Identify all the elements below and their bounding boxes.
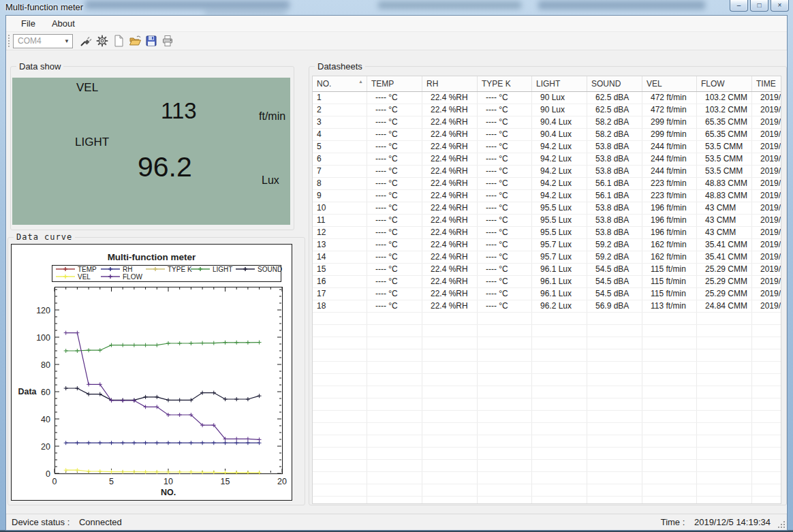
table-cell bbox=[587, 460, 642, 471]
table-cell: 244 ft/min bbox=[642, 141, 697, 153]
column-header-typek[interactable]: TYPE K bbox=[478, 76, 532, 91]
menu-about[interactable]: About bbox=[45, 17, 82, 30]
table-cell: 22.4 %RH bbox=[422, 141, 478, 153]
table-row[interactable]: 5---- °C22.4 %RH---- °C94.2 Lux53.8 dBA2… bbox=[313, 141, 781, 153]
table-cell: 18 bbox=[313, 300, 367, 312]
table-row bbox=[313, 325, 781, 337]
table-row[interactable]: 4---- °C22.4 %RH---- °C90.4 Lux58.2 dBA2… bbox=[313, 129, 781, 141]
table-cell: ---- °C bbox=[367, 104, 422, 116]
settings-button[interactable] bbox=[95, 33, 110, 48]
table-row bbox=[313, 472, 781, 484]
table-row[interactable]: 16---- °C22.4 %RH---- °C96.1 Lux54.5 dBA… bbox=[313, 276, 781, 288]
table-cell: ---- °C bbox=[478, 251, 532, 263]
table-row[interactable]: 11---- °C22.4 %RH---- °C95.5 Lux53.8 dBA… bbox=[313, 215, 781, 227]
table-cell bbox=[367, 448, 422, 459]
table-row[interactable]: 17---- °C22.4 %RH---- °C96.1 Lux54.5 dBA… bbox=[313, 288, 781, 300]
table-cell: 2019/1... bbox=[752, 276, 781, 287]
table-row[interactable]: 18---- °C22.4 %RH---- °C96.2 Lux56.9 dBA… bbox=[313, 300, 781, 313]
table-cell bbox=[532, 313, 587, 324]
column-header-light[interactable]: LIGHT bbox=[532, 76, 587, 91]
table-cell: ---- °C bbox=[478, 264, 532, 275]
printer-icon bbox=[161, 34, 174, 48]
table-cell: 13 bbox=[313, 239, 367, 251]
table-row[interactable]: 2---- °C22.4 %RH---- °C90 Lux62.5 dBA472… bbox=[313, 104, 781, 116]
open-file-button[interactable] bbox=[127, 33, 142, 48]
table-cell bbox=[587, 325, 642, 337]
table-cell: 2019/1... bbox=[752, 190, 781, 202]
table-cell: 53.8 dBA bbox=[587, 202, 642, 214]
close-button[interactable]: × bbox=[771, 0, 789, 12]
table-cell: 25.29 CMM bbox=[697, 264, 752, 275]
table-cell: 53.8 dBA bbox=[587, 215, 642, 226]
table-cell bbox=[313, 325, 367, 337]
column-header-time[interactable]: TIME bbox=[752, 76, 781, 91]
print-button[interactable] bbox=[160, 33, 175, 48]
table-row[interactable]: 1---- °C22.4 %RH---- °C90 Lux62.5 dBA472… bbox=[313, 92, 781, 104]
table-row[interactable]: 7---- °C22.4 %RH---- °C94.2 Lux53.8 dBA2… bbox=[313, 166, 781, 178]
table-row[interactable]: 10---- °C22.4 %RH---- °C95.5 Lux53.8 dBA… bbox=[313, 202, 781, 215]
table-cell bbox=[697, 497, 752, 504]
svg-text:TYPE K: TYPE K bbox=[168, 266, 192, 273]
light-label: LIGHT bbox=[75, 136, 109, 149]
table-cell: 2019/1... bbox=[752, 129, 781, 140]
maximize-button[interactable]: □ bbox=[750, 0, 768, 12]
table-cell: 223 ft/min bbox=[642, 178, 697, 189]
table-row bbox=[313, 386, 781, 398]
table-cell: 4 bbox=[313, 129, 367, 140]
data-curve-group-label: Data curve bbox=[14, 232, 75, 242]
resize-grip[interactable] bbox=[778, 521, 785, 528]
table-row bbox=[313, 435, 781, 448]
column-header-flow[interactable]: FLOW bbox=[697, 76, 752, 91]
column-header-vel[interactable]: VEL bbox=[642, 76, 697, 91]
table-row[interactable]: 6---- °C22.4 %RH---- °C94.2 Lux53.8 dBA2… bbox=[313, 153, 781, 166]
column-header-no[interactable]: NO.▲ bbox=[313, 76, 367, 91]
glass-reflection bbox=[85, 1, 290, 9]
table-cell bbox=[642, 337, 697, 349]
table-cell: ---- °C bbox=[367, 178, 422, 189]
toolbar-grip[interactable] bbox=[8, 35, 10, 47]
table-cell bbox=[422, 362, 478, 373]
table-row[interactable]: 9---- °C22.4 %RH---- °C94.2 Lux56.1 dBA2… bbox=[313, 190, 781, 202]
connect-button[interactable] bbox=[78, 33, 93, 48]
save-button[interactable] bbox=[144, 33, 159, 48]
sort-ascending-icon: ▲ bbox=[358, 76, 363, 89]
menu-file[interactable]: File bbox=[14, 17, 42, 30]
table-cell: ---- °C bbox=[367, 116, 422, 128]
svg-text:TEMP: TEMP bbox=[78, 266, 97, 273]
table-cell: ---- °C bbox=[367, 239, 422, 251]
table-row bbox=[313, 398, 781, 411]
table-cell: 94.2 Lux bbox=[532, 153, 587, 165]
table-cell bbox=[422, 386, 478, 398]
table-cell: 6 bbox=[313, 153, 367, 165]
table-cell: 22.4 %RH bbox=[422, 202, 478, 214]
table-cell: 56.9 dBA bbox=[587, 300, 642, 312]
table-cell: ---- °C bbox=[367, 141, 422, 153]
table-cell bbox=[313, 448, 367, 459]
table-cell: 59.2 dBA bbox=[587, 239, 642, 251]
table-cell: ---- °C bbox=[367, 153, 422, 165]
table-row[interactable]: 14---- °C22.4 %RH---- °C95.7 Lux59.2 dBA… bbox=[313, 251, 781, 264]
table-row[interactable]: 8---- °C22.4 %RH---- °C94.2 Lux56.1 dBA2… bbox=[313, 178, 781, 190]
new-file-button[interactable] bbox=[111, 33, 126, 48]
column-header-sound[interactable]: SOUND bbox=[587, 76, 642, 91]
minimize-button[interactable]: – bbox=[730, 0, 748, 12]
column-header-rh[interactable]: RH bbox=[422, 76, 478, 91]
table-row[interactable]: 13---- °C22.4 %RH---- °C95.7 Lux59.2 dBA… bbox=[313, 239, 781, 251]
table-row bbox=[313, 484, 781, 497]
table-cell: 299 ft/min bbox=[642, 129, 697, 140]
table-row[interactable]: 12---- °C22.4 %RH---- °C95.5 Lux53.8 dBA… bbox=[313, 227, 781, 239]
table-cell: ---- °C bbox=[367, 202, 422, 214]
table-cell bbox=[478, 484, 532, 496]
table-cell: 22.4 %RH bbox=[422, 276, 478, 287]
table-cell bbox=[478, 435, 532, 447]
table-cell bbox=[642, 423, 697, 435]
table-cell bbox=[697, 435, 752, 447]
table-cell: ---- °C bbox=[478, 300, 532, 312]
table-cell bbox=[697, 472, 752, 484]
table-cell bbox=[752, 423, 781, 435]
column-header-temp[interactable]: TEMP bbox=[367, 76, 422, 91]
table-cell bbox=[313, 337, 367, 349]
table-row[interactable]: 3---- °C22.4 %RH---- °C90.4 Lux58.2 dBA2… bbox=[313, 116, 781, 129]
com-port-selector[interactable]: COM4 ▼ bbox=[13, 34, 73, 48]
table-row[interactable]: 15---- °C22.4 %RH---- °C96.1 Lux54.5 dBA… bbox=[313, 264, 781, 276]
